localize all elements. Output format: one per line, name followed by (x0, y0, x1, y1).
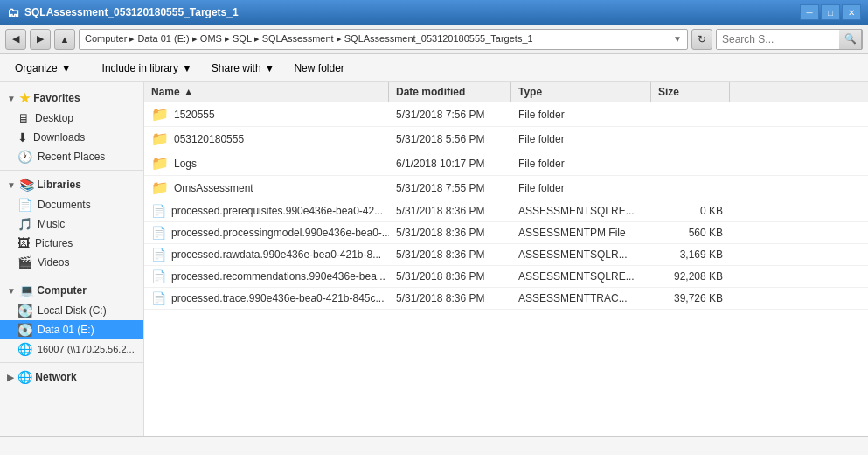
table-row[interactable]: 📄processed.processingmodel.990e436e-bea0… (144, 222, 868, 244)
pictures-label: Pictures (35, 237, 73, 249)
music-label: Music (38, 218, 65, 230)
file-date-cell: 5/31/2018 8:36 PM (389, 201, 511, 220)
share-with-label: Share with (212, 62, 261, 74)
file-type-cell: ASSESSMENTSQLRE... (511, 267, 651, 286)
file-date-cell: 5/31/2018 7:55 PM (389, 178, 511, 198)
col-header-type[interactable]: Type (511, 82, 651, 102)
computer-label: Computer (37, 284, 87, 297)
sidebar-libraries-header[interactable]: ▼ 📚 Libraries (0, 174, 143, 195)
file-size-cell (651, 160, 730, 167)
table-row[interactable]: 📄processed.prerequisites.990e436e-bea0-4… (144, 200, 868, 222)
organize-button[interactable]: Organize ▼ (7, 57, 80, 80)
sidebar-item-documents[interactable]: 📄 Documents (0, 195, 143, 214)
title-bar-controls: ─ □ ✕ (800, 4, 861, 20)
documents-label: Documents (38, 199, 91, 211)
file-name-cell: 📄processed.rawdata.990e436e-bea0-421b-8.… (144, 244, 389, 265)
organize-label: Organize (15, 62, 58, 74)
file-list-pane: Name ▲ Date modified Type Size 📁15205555… (144, 82, 868, 436)
computer-icon: 💻 (19, 284, 34, 298)
share-with-button[interactable]: Share with ▼ (204, 57, 283, 80)
maximize-button[interactable]: □ (821, 4, 840, 20)
file-icon: 📄 (151, 226, 166, 240)
include-in-library-button[interactable]: Include in library ▼ (94, 57, 200, 80)
table-row[interactable]: 📄processed.trace.990e436e-bea0-421b-845c… (144, 288, 868, 310)
search-button[interactable]: 🔍 (839, 29, 862, 50)
address-bar: ◀ ▶ ▲ Computer ▸ Data 01 (E:) ▸ OMS ▸ SQ… (0, 24, 868, 54)
file-name-cell: 📄processed.trace.990e436e-bea0-421b-845c… (144, 288, 389, 309)
sidebar-item-pictures[interactable]: 🖼 Pictures (0, 234, 143, 253)
forward-button[interactable]: ▶ (30, 29, 51, 50)
sidebar-favorites-header[interactable]: ▼ ★ Favorites (0, 88, 143, 108)
local-disk-icon: 💽 (17, 304, 32, 318)
sidebar-item-music[interactable]: 🎵 Music (0, 214, 143, 234)
file-type-cell: File folder (511, 105, 651, 124)
toolbar-separator-1 (87, 60, 87, 77)
file-type-cell: ASSESSMENTSQLRE... (511, 201, 651, 220)
table-row[interactable]: 📁OmsAssessment5/31/2018 7:55 PMFile fold… (144, 176, 868, 200)
table-row[interactable]: 📁Logs6/1/2018 10:17 PMFile folder (144, 151, 868, 176)
minimize-button[interactable]: ─ (800, 4, 819, 20)
file-name-cell: 📄processed.processingmodel.990e436e-bea0… (144, 222, 389, 243)
search-input[interactable] (717, 30, 839, 49)
col-header-date[interactable]: Date modified (389, 82, 511, 102)
address-path-text: Computer ▸ Data 01 (E:) ▸ OMS ▸ SQL ▸ SQ… (85, 33, 533, 45)
sidebar-item-videos[interactable]: 🎬 Videos (0, 253, 143, 272)
status-bar (0, 436, 868, 455)
file-size-cell (651, 185, 730, 192)
local-disk-label: Local Disk (C:) (38, 304, 107, 317)
desktop-icon: 🖥 (17, 111, 30, 125)
network-arrow-icon: ▶ (7, 373, 14, 382)
file-name-text: processed.rawdata.990e436e-bea0-421b-8..… (171, 248, 381, 261)
close-button[interactable]: ✕ (842, 4, 861, 20)
libraries-label: Libraries (37, 178, 81, 191)
sidebar-network-header[interactable]: ▶ 🌐 Network (0, 367, 143, 388)
back-button[interactable]: ◀ (5, 29, 26, 50)
file-size-cell (651, 136, 730, 143)
file-name-cell: 📁1520555 (144, 102, 389, 126)
new-folder-button[interactable]: New folder (286, 57, 351, 80)
share-chevron: ▼ (265, 62, 275, 74)
sidebar-item-downloads[interactable]: ⬇ Downloads (0, 128, 143, 147)
table-row[interactable]: 📁0531201805555/31/2018 5:56 PMFile folde… (144, 127, 868, 151)
col-header-size[interactable]: Size (651, 82, 730, 102)
title-bar: 🗂 SQLAssessment_053120180555_Targets_1 ─… (0, 0, 868, 24)
recent-places-label: Recent Places (38, 150, 105, 163)
col-size-label: Size (658, 86, 679, 98)
network-drive-icon: 🌐 (17, 342, 32, 356)
network-icon: 🌐 (17, 370, 32, 384)
up-button[interactable]: ▲ (54, 29, 75, 50)
documents-icon: 📄 (17, 198, 32, 212)
file-name-cell: 📁OmsAssessment (144, 176, 389, 200)
desktop-label: Desktop (35, 112, 73, 124)
sidebar-item-recent-places[interactable]: 🕐 Recent Places (0, 147, 143, 166)
title-bar-title: SQLAssessment_053120180555_Targets_1 (24, 6, 239, 18)
folder-icon: 📁 (151, 179, 169, 196)
col-type-label: Type (518, 86, 542, 98)
file-type-cell: ASSESSMENTPM File (511, 223, 651, 242)
table-row[interactable]: 📄processed.recommendations.990e436e-bea.… (144, 266, 868, 288)
sidebar-item-desktop[interactable]: 🖥 Desktop (0, 108, 143, 128)
col-header-name[interactable]: Name ▲ (144, 82, 389, 102)
file-date-cell: 5/31/2018 8:36 PM (389, 267, 511, 286)
address-dropdown-icon[interactable]: ▼ (673, 34, 682, 44)
favorites-star-icon: ★ (19, 91, 31, 105)
table-row[interactable]: 📄processed.rawdata.990e436e-bea0-421b-8.… (144, 244, 868, 266)
file-name-text: Logs (174, 158, 197, 170)
sidebar-item-data01[interactable]: 💽 Data 01 (E:) (0, 320, 143, 340)
address-path[interactable]: Computer ▸ Data 01 (E:) ▸ OMS ▸ SQL ▸ SQ… (79, 29, 688, 50)
new-folder-label: New folder (294, 62, 344, 74)
file-type-cell: File folder (511, 130, 651, 149)
sidebar-item-network-drive[interactable]: 🌐 16007 (\\170.25.56.2... (0, 340, 143, 359)
file-size-cell: 0 KB (651, 201, 730, 220)
col-name-label: Name (151, 86, 180, 98)
sidebar-item-local-disk[interactable]: 💽 Local Disk (C:) (0, 301, 143, 320)
file-size-cell: 39,726 KB (651, 289, 730, 308)
file-size-cell: 92,208 KB (651, 267, 730, 286)
table-row[interactable]: 📁15205555/31/2018 7:56 PMFile folder (144, 102, 868, 127)
main-layout: ▼ ★ Favorites 🖥 Desktop ⬇ Downloads 🕐 Re… (0, 82, 868, 436)
refresh-button[interactable]: ↻ (691, 29, 712, 50)
sidebar-computer-header[interactable]: ▼ 💻 Computer (0, 280, 143, 301)
file-size-cell: 3,169 KB (651, 245, 730, 264)
data01-label: Data 01 (E:) (38, 324, 94, 336)
file-icon: 📄 (151, 204, 166, 218)
